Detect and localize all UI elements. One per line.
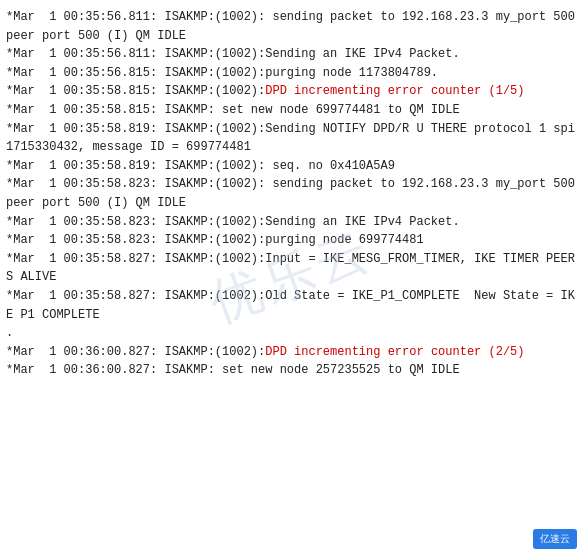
log-line: *Mar 1 00:35:56.815: ISAKMP:(1002):purgi… [6, 64, 575, 83]
log-line: *Mar 1 00:35:58.827: ISAKMP:(1002):Old S… [6, 287, 575, 324]
log-highlight: DPD incrementing error counter (2/5) [265, 345, 524, 359]
log-line: *Mar 1 00:35:58.815: ISAKMP: set new nod… [6, 101, 575, 120]
log-line: *Mar 1 00:35:58.815: ISAKMP:(1002):DPD i… [6, 82, 575, 101]
log-line: *Mar 1 00:36:00.827: ISAKMP: set new nod… [6, 361, 575, 380]
logo-badge: 亿速云 [533, 529, 577, 549]
log-line: *Mar 1 00:35:58.819: ISAKMP:(1002): seq.… [6, 157, 575, 176]
log-line: *Mar 1 00:35:58.823: ISAKMP:(1002):Sendi… [6, 213, 575, 232]
log-highlight: DPD incrementing error counter (1/5) [265, 84, 524, 98]
log-line: *Mar 1 00:35:58.819: ISAKMP:(1002):Sendi… [6, 120, 575, 157]
log-line: *Mar 1 00:35:56.811: ISAKMP:(1002):Sendi… [6, 45, 575, 64]
log-line: *Mar 1 00:36:00.827: ISAKMP:(1002):DPD i… [6, 343, 575, 362]
log-container: *Mar 1 00:35:56.811: ISAKMP:(1002): send… [0, 0, 581, 553]
log-line: *Mar 1 00:35:58.823: ISAKMP:(1002): send… [6, 175, 575, 212]
log-line: *Mar 1 00:35:56.811: ISAKMP:(1002): send… [6, 8, 575, 45]
log-line: . [6, 324, 575, 343]
log-line: *Mar 1 00:35:58.823: ISAKMP:(1002):purgi… [6, 231, 575, 250]
log-line: *Mar 1 00:35:58.827: ISAKMP:(1002):Input… [6, 250, 575, 287]
